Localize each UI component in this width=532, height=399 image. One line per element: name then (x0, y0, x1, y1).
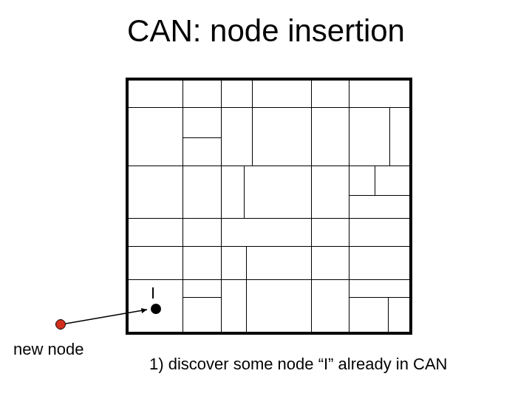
grid-line (246, 246, 247, 332)
grid-line (349, 297, 409, 298)
grid-line (183, 81, 183, 332)
grid-line (389, 107, 390, 166)
grid-line (388, 297, 389, 332)
node-i-label: I (151, 284, 155, 303)
step-caption: 1) discover some node “I” already in CAN (149, 355, 448, 374)
grid-line (183, 297, 221, 298)
grid-line (252, 81, 253, 166)
grid-line (129, 107, 409, 108)
grid-line (221, 81, 222, 332)
grid-line (349, 81, 349, 332)
grid-line (129, 279, 409, 280)
can-grid: I (126, 78, 412, 335)
grid-line (183, 137, 221, 138)
grid-line (129, 166, 409, 166)
new-node-dot (55, 319, 66, 330)
node-i-dot (151, 304, 161, 314)
grid-line (311, 81, 312, 332)
grid-line (129, 246, 409, 247)
grid-line (244, 166, 245, 218)
new-node-label: new node (13, 340, 83, 359)
grid-line (375, 166, 375, 195)
slide: CAN: node insertion I new n (0, 0, 532, 399)
slide-title: CAN: node insertion (0, 13, 532, 49)
grid-line (129, 218, 409, 219)
grid-line (349, 195, 409, 196)
